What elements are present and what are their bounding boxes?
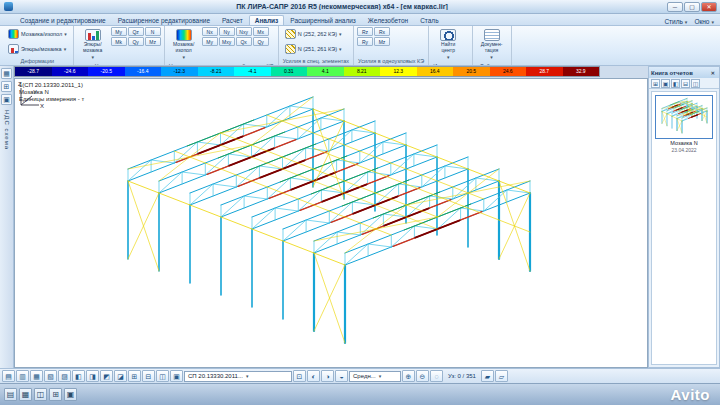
scale-segment[interactable]: 16.4 <box>417 67 454 76</box>
button-qy[interactable]: Qy <box>128 37 144 46</box>
bottom-tool-icon[interactable]: ⊡ <box>293 370 306 382</box>
model-viewport[interactable]: 1(СП 20.13330.2011_1) Мозаика N Единицы … <box>14 78 648 368</box>
bottom-tool-icon[interactable]: ▣ <box>170 370 183 382</box>
button-mz[interactable]: Mz <box>145 37 161 46</box>
status-tool-icon[interactable]: ▣ <box>64 388 77 401</box>
scale-segment[interactable]: 12.3 <box>380 67 417 76</box>
close-button[interactable]: ✕ <box>701 2 717 12</box>
button-ry[interactable]: Ry <box>357 37 373 46</box>
status-tool-icon[interactable]: ⊞ <box>49 388 62 401</box>
tab-сталь[interactable]: Сталь <box>414 15 444 25</box>
button-nx[interactable]: Nx <box>202 27 218 36</box>
bottom-tool-icon[interactable]: ◑ <box>321 370 334 382</box>
tab-расширенный-анализ[interactable]: Расширенный анализ <box>284 15 362 25</box>
button-ny[interactable]: Ny <box>219 27 235 36</box>
tab-расчет[interactable]: Расчет <box>216 15 249 25</box>
bottom-tool-icon[interactable]: ⊖ <box>416 370 429 382</box>
button-эпюры-мозаика[interactable]: Эпюры/мозаика▾ <box>5 42 70 56</box>
bottom-tool-icon[interactable]: ◪ <box>114 370 127 382</box>
button-nxy[interactable]: Nxy <box>236 27 252 36</box>
chevron-down-icon: ▾ <box>91 54 94 60</box>
scale-segment[interactable]: 24.6 <box>490 67 527 76</box>
button-мозаика-изопол[interactable]: Мозаика/ изопол▾ <box>168 27 200 62</box>
maximize-button[interactable]: ▢ <box>684 2 700 12</box>
scale-segment[interactable]: 8.21 <box>344 67 381 76</box>
button-n-251-261-кэ[interactable]: N (251, 261 КЭ)▾ <box>282 42 345 56</box>
button-qz[interactable]: Qz <box>128 27 144 36</box>
button-qx[interactable]: Qx <box>236 37 252 46</box>
scale-segment[interactable]: 0.31 <box>271 67 308 76</box>
bottom-tool-icon[interactable]: ▥ <box>16 370 29 382</box>
button-n[interactable]: N <box>145 27 161 36</box>
bottom-tool-icon[interactable]: ◌ <box>430 370 443 382</box>
button-эпюры-мозаика[interactable]: Эпюры/ мозаика▾ <box>77 27 109 62</box>
scale-segment[interactable]: -8.21 <box>198 67 235 76</box>
button-докумен-тация[interactable]: Докумен- тация▾ <box>476 27 508 62</box>
app-icon[interactable] <box>4 2 13 11</box>
status-tool-icon[interactable]: ▤ <box>4 388 17 401</box>
bottom-tool-icon[interactable]: ◩ <box>100 370 113 382</box>
rail-tool-icon[interactable]: ▦ <box>1 68 12 79</box>
status-tool-icon[interactable]: ◫ <box>34 388 47 401</box>
bottom-tool-icon[interactable]: ▦ <box>30 370 43 382</box>
scale-segment[interactable]: -24.6 <box>52 67 89 76</box>
bottom-tool-icon[interactable]: ◐ <box>307 370 320 382</box>
scale-segment[interactable]: 4.1 <box>307 67 344 76</box>
bottom-tool-icon[interactable]: ▧ <box>44 370 57 382</box>
tab-анализ[interactable]: Анализ <box>249 15 285 25</box>
scale-segment[interactable]: -20.5 <box>88 67 125 76</box>
button-my[interactable]: My <box>202 37 218 46</box>
norm-combobox[interactable]: СП 20.13330.2011...▾ <box>184 371 292 382</box>
button-mz[interactable]: Mz <box>374 37 390 46</box>
panel-close-icon[interactable]: ✕ <box>709 69 717 77</box>
button-my[interactable]: My <box>111 27 127 36</box>
panel-tool-icon[interactable]: ◧ <box>671 79 680 88</box>
menu-окно[interactable]: Окно▾ <box>694 18 714 25</box>
scale-segment[interactable]: 28.7 <box>526 67 563 76</box>
scale-segment[interactable]: 20.5 <box>453 67 490 76</box>
scale-segment[interactable]: -16.4 <box>125 67 162 76</box>
button-мозаика-изопол[interactable]: Мозаика/изопол▾ <box>5 27 70 41</box>
panel-tool-icon[interactable]: ⊟ <box>681 79 690 88</box>
report-thumbnail[interactable] <box>655 95 713 139</box>
panel-tool-icon[interactable]: ▣ <box>661 79 670 88</box>
report-panel-header[interactable]: Книга отчетов ✕ <box>649 67 719 78</box>
bottom-tool-icon[interactable]: ⊕ <box>402 370 415 382</box>
tab-расширенное-редактирование[interactable]: Расширенное редактирование <box>112 15 216 25</box>
minimize-button[interactable]: ─ <box>667 2 683 12</box>
button-mxy[interactable]: Mxy <box>219 37 235 46</box>
bottom-tool-icon[interactable]: ⊞ <box>128 370 141 382</box>
button-n-252-262-кэ[interactable]: N (252, 262 КЭ)▾ <box>282 27 345 41</box>
bottom-tool-icon[interactable]: ▤ <box>2 370 15 382</box>
tab-железобетон[interactable]: Железобетон <box>362 15 414 25</box>
model-canvas[interactable] <box>15 79 649 369</box>
bottom-tool-icon[interactable]: ◧ <box>72 370 85 382</box>
bottom-tool-icon[interactable]: ◒ <box>335 370 348 382</box>
button-mx[interactable]: Mx <box>253 27 269 36</box>
average-combobox[interactable]: Средн...▾ <box>349 371 401 382</box>
bottom-tool-icon[interactable]: ▨ <box>58 370 71 382</box>
bottom-tool-icon[interactable]: ⊟ <box>142 370 155 382</box>
scale-segment[interactable]: -12.3 <box>161 67 198 76</box>
button-найти-центр[interactable]: Найти центр▾ <box>432 27 464 62</box>
panel-tool-icon[interactable]: ⊞ <box>651 79 660 88</box>
bottom-tool-icon[interactable]: ▱ <box>495 370 508 382</box>
status-bar: ▤▦◫⊞▣ Avito <box>0 383 720 405</box>
button-mk[interactable]: Mk <box>111 37 127 46</box>
scale-segment[interactable]: -4.1 <box>234 67 271 76</box>
bottom-tool-icon[interactable]: ◨ <box>86 370 99 382</box>
tab-создание-и-редактирование[interactable]: Создание и редактирование <box>14 15 112 25</box>
rail-tool-icon[interactable]: ▣ <box>1 94 12 105</box>
rail-tool-icon[interactable]: ⊞ <box>1 81 12 92</box>
left-toolbar-tab-label[interactable]: НДС схема <box>4 110 10 150</box>
bottom-tool-icon[interactable]: ▰ <box>481 370 494 382</box>
panel-tool-icon[interactable]: ◫ <box>691 79 700 88</box>
bottom-tool-icon[interactable]: ◫ <box>156 370 169 382</box>
status-tool-icon[interactable]: ▦ <box>19 388 32 401</box>
scale-segment[interactable]: 32.9 <box>563 67 600 76</box>
button-qy[interactable]: Qy <box>253 37 269 46</box>
button-rz[interactable]: Rz <box>357 27 373 36</box>
menu-стиль[interactable]: Стиль▾ <box>664 18 687 25</box>
scale-segment[interactable]: -28.7 <box>15 67 52 76</box>
button-rx[interactable]: Rx <box>374 27 390 36</box>
